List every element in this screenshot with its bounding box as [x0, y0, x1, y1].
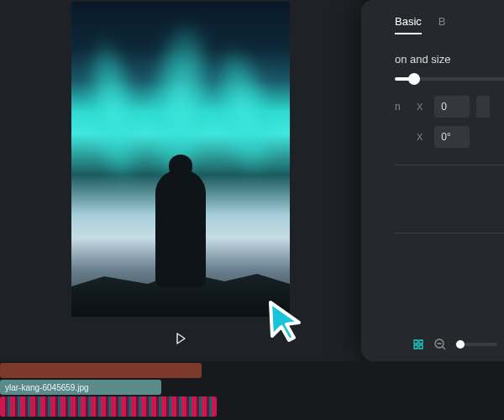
position-y-stub[interactable] [476, 96, 490, 118]
person-silhouette [155, 170, 206, 287]
rotation-row: X [395, 126, 504, 148]
play-button[interactable] [174, 332, 187, 349]
position-row-label: n [395, 101, 405, 113]
position-row: n X [395, 96, 504, 118]
position-x-input[interactable] [434, 96, 470, 118]
person-head [169, 155, 192, 176]
clip-filename-label: ylar-kang-6045659.jpg [5, 383, 89, 392]
aurora-wisp [78, 33, 149, 190]
play-icon [174, 332, 187, 345]
zoom-thumb[interactable] [456, 340, 465, 349]
snap-icon[interactable] [412, 338, 425, 351]
video-preview-area [0, 0, 361, 361]
slider-thumb[interactable] [408, 73, 420, 85]
rotation-x-input[interactable] [434, 126, 470, 148]
panel-divider [395, 165, 504, 165]
properties-panel: Basic B on and size n X X 00:40 [361, 0, 504, 361]
tab-second[interactable]: B [438, 15, 446, 34]
section-position-size-label: on and size [395, 53, 504, 66]
preview-tools: 00:40 [361, 338, 504, 351]
zoom-slider[interactable] [455, 343, 497, 346]
x-axis-label: X [412, 102, 428, 112]
timeline-clip-audio[interactable] [0, 363, 202, 378]
aurora-wisp [201, 39, 286, 182]
panel-tabs: Basic B [395, 15, 504, 34]
panel-divider [395, 233, 504, 234]
timeline-clip-image[interactable]: ylar-kang-6045659.jpg [0, 380, 161, 395]
scale-slider[interactable] [395, 77, 504, 81]
timeline[interactable]: 00:21:19 ylar-kang-6045659.jpg [0, 361, 504, 420]
rotation-x-label: X [412, 132, 428, 142]
zoom-out-icon[interactable] [433, 338, 447, 351]
preview-canvas[interactable] [71, 2, 290, 317]
tab-basic[interactable]: Basic [395, 15, 422, 34]
timeline-clip-video[interactable] [0, 396, 217, 417]
slider-track[interactable] [395, 77, 504, 81]
